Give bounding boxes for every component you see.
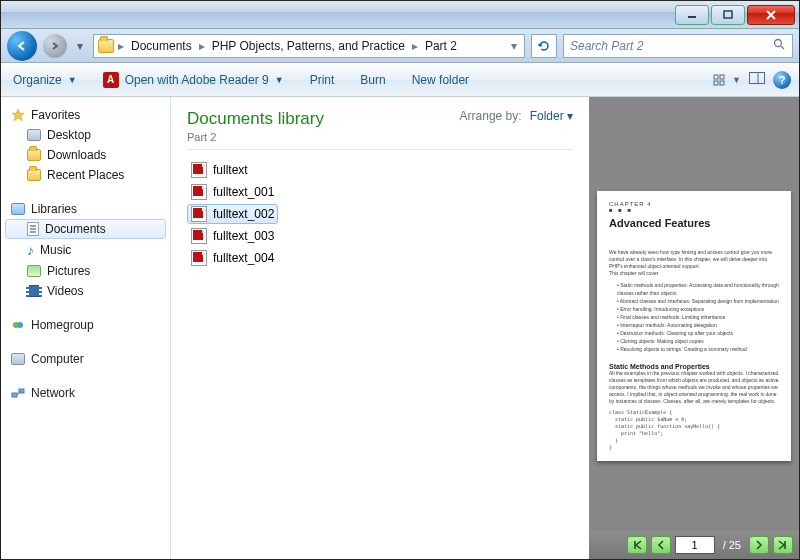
- svg-line-5: [781, 46, 784, 49]
- svg-rect-6: [714, 75, 718, 79]
- pdf-icon: [191, 250, 207, 266]
- documents-icon: [27, 222, 39, 236]
- chevron-right-icon: ▸: [199, 39, 205, 53]
- computer-icon: [11, 353, 25, 365]
- toolbar: Organize▼ AOpen with Adobe Reader 9▼ Pri…: [1, 63, 799, 97]
- help-icon[interactable]: ?: [773, 71, 791, 89]
- search-placeholder: Search Part 2: [570, 39, 643, 53]
- nav-computer[interactable]: Computer: [5, 349, 166, 369]
- file-item[interactable]: fulltext_004: [187, 248, 278, 268]
- preview-section-text: All the examples in the previous chapter…: [609, 370, 779, 405]
- page-input[interactable]: [675, 536, 715, 554]
- videos-icon: [27, 285, 41, 297]
- first-page-button[interactable]: [627, 536, 647, 554]
- nav-homegroup[interactable]: Homegroup: [5, 315, 166, 335]
- preview-pane-button[interactable]: [749, 72, 765, 87]
- svg-rect-15: [12, 393, 17, 397]
- preview-pane: CHAPTER 4 ■ ■ ■ Advanced Features We hav…: [589, 97, 799, 559]
- library-title: Documents library: [187, 109, 324, 129]
- view-options-button[interactable]: ▼: [713, 74, 741, 86]
- file-item[interactable]: fulltext_001: [187, 182, 278, 202]
- svg-point-4: [775, 39, 782, 46]
- organize-button[interactable]: Organize▼: [9, 71, 81, 89]
- pdf-icon: [191, 228, 207, 244]
- svg-rect-9: [720, 81, 724, 85]
- page-total: / 25: [723, 539, 741, 551]
- libraries-header[interactable]: Libraries: [5, 199, 166, 219]
- new-folder-button[interactable]: New folder: [408, 71, 473, 89]
- maximize-button[interactable]: [711, 5, 745, 25]
- libraries-icon: [11, 203, 25, 215]
- history-dropdown[interactable]: ▾: [73, 34, 87, 58]
- file-item-selected[interactable]: fulltext_002: [187, 204, 278, 224]
- nav-pictures[interactable]: Pictures: [5, 261, 166, 281]
- nav-downloads[interactable]: Downloads: [5, 145, 166, 165]
- arrange-label: Arrange by:: [460, 109, 522, 123]
- pdf-icon: [191, 184, 207, 200]
- preview-bullets: • Static methods and properties: Accessi…: [617, 281, 779, 353]
- folder-icon: [27, 169, 41, 181]
- svg-rect-7: [720, 75, 724, 79]
- file-list: fulltext fulltext_001 fulltext_002 fullt…: [187, 160, 573, 268]
- nav-music[interactable]: ♪Music: [5, 239, 166, 261]
- chevron-right-icon: ▸: [412, 39, 418, 53]
- svg-point-14: [17, 322, 23, 328]
- music-icon: ♪: [27, 242, 34, 258]
- address-bar[interactable]: ▸ Documents ▸ PHP Objects, Patterns, and…: [93, 34, 525, 58]
- desktop-icon: [27, 129, 41, 141]
- chapter-title: Advanced Features: [609, 217, 779, 229]
- next-page-button[interactable]: [749, 536, 769, 554]
- svg-rect-10: [750, 73, 765, 84]
- breadcrumb-documents[interactable]: Documents: [128, 39, 195, 53]
- chevron-down-icon: ▼: [275, 75, 284, 85]
- pdf-icon: [191, 162, 207, 178]
- svg-rect-1: [724, 11, 732, 18]
- titlebar: [1, 1, 799, 29]
- pictures-icon: [27, 265, 41, 277]
- folder-icon: [27, 149, 41, 161]
- search-icon: [773, 38, 786, 54]
- explorer-window: ▾ ▸ Documents ▸ PHP Objects, Patterns, a…: [0, 0, 800, 560]
- address-dropdown[interactable]: ▾: [508, 39, 520, 53]
- chevron-right-icon: ▸: [118, 39, 124, 53]
- preview-body-text: We have already seen how type hinting an…: [609, 249, 779, 277]
- breadcrumb-book[interactable]: PHP Objects, Patterns, and Practice: [209, 39, 408, 53]
- arrange-by[interactable]: Arrange by: Folder ▾: [460, 109, 573, 123]
- nav-row: ▾ ▸ Documents ▸ PHP Objects, Patterns, a…: [1, 29, 799, 63]
- burn-button[interactable]: Burn: [356, 71, 389, 89]
- file-item[interactable]: fulltext: [187, 160, 252, 180]
- section-heading: Static Methods and Properties: [609, 363, 779, 370]
- adobe-icon: A: [103, 72, 119, 88]
- svg-marker-12: [12, 109, 24, 121]
- nav-recent-places[interactable]: Recent Places: [5, 165, 166, 185]
- nav-network[interactable]: Network: [5, 383, 166, 403]
- breadcrumb-part2[interactable]: Part 2: [422, 39, 460, 53]
- last-page-button[interactable]: [773, 536, 793, 554]
- back-button[interactable]: [7, 31, 37, 61]
- favorites-header[interactable]: Favorites: [5, 105, 166, 125]
- svg-rect-8: [714, 81, 718, 85]
- file-item[interactable]: fulltext_003: [187, 226, 278, 246]
- nav-desktop[interactable]: Desktop: [5, 125, 166, 145]
- forward-button[interactable]: [43, 34, 67, 58]
- folder-icon: [98, 39, 114, 53]
- page-thumbnail[interactable]: CHAPTER 4 ■ ■ ■ Advanced Features We hav…: [597, 191, 791, 461]
- search-box[interactable]: Search Part 2: [563, 34, 793, 58]
- navigation-pane: Favorites Desktop Downloads Recent Place…: [1, 97, 171, 559]
- nav-videos[interactable]: Videos: [5, 281, 166, 301]
- prev-page-button[interactable]: [651, 536, 671, 554]
- pager: / 25: [589, 531, 799, 559]
- close-button[interactable]: [747, 5, 795, 25]
- pdf-icon: [191, 206, 207, 222]
- open-with-button[interactable]: AOpen with Adobe Reader 9▼: [99, 70, 288, 90]
- preview-code: class StaticExample { static public $aNu…: [609, 409, 779, 451]
- library-subtitle: Part 2: [187, 131, 324, 143]
- print-button[interactable]: Print: [306, 71, 339, 89]
- refresh-button[interactable]: [531, 34, 557, 58]
- minimize-button[interactable]: [675, 5, 709, 25]
- nav-documents[interactable]: Documents: [5, 219, 166, 239]
- content-pane: Documents library Part 2 Arrange by: Fol…: [171, 97, 589, 559]
- chevron-down-icon: ▼: [68, 75, 77, 85]
